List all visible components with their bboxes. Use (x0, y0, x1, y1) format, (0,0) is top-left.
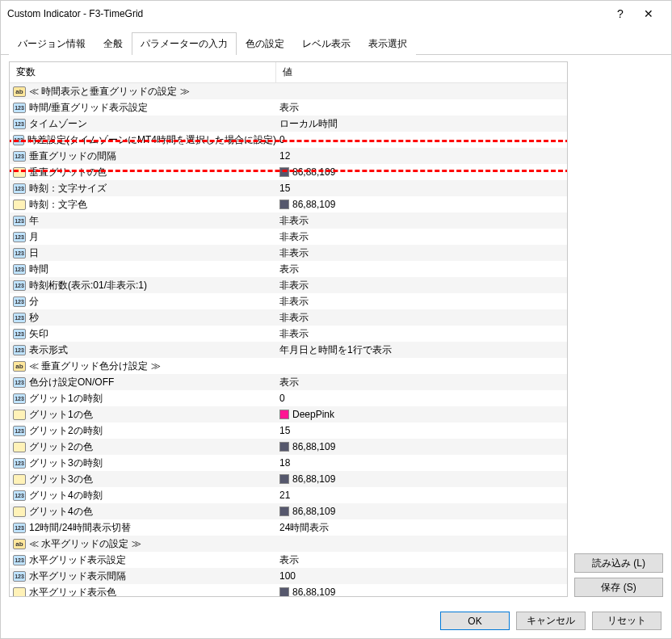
table-row[interactable]: 123矢印非表示 (10, 326, 567, 342)
table-row[interactable]: 垂直グリットの色86,88,109 (10, 164, 567, 180)
table-row[interactable]: ab≪ 垂直グリッド色分け設定 ≫ (10, 358, 567, 374)
cancel-button[interactable]: キャンセル (516, 612, 586, 630)
side-buttons: 読み込み (L) 保存 (S) (574, 61, 663, 597)
tab-colors[interactable]: 色の設定 (237, 32, 293, 55)
table-row[interactable]: グリット3の色86,88,109 (10, 471, 567, 487)
save-button[interactable]: 保存 (S) (574, 578, 663, 597)
text-type-icon: ab (13, 361, 26, 372)
color-type-icon (13, 167, 26, 178)
param-name: 12時間/24時間表示切替 (29, 521, 131, 535)
param-name: 時刻：文字サイズ (29, 182, 107, 195)
table-row[interactable]: 123年非表示 (10, 212, 567, 229)
table-row[interactable]: 123日非表示 (10, 245, 567, 261)
number-type-icon: 123 (13, 280, 26, 291)
table-row[interactable]: 123タイムゾーンローカル時間 (10, 116, 567, 132)
param-value: 表示 (279, 263, 299, 276)
table-row[interactable]: 123秒非表示 (10, 309, 567, 326)
table-row[interactable]: 123時刻：文字サイズ15 (10, 180, 567, 196)
help-button[interactable]: ? (608, 1, 632, 27)
grid-body[interactable]: ab≪ 時間表示と垂直グリッドの設定 ≫123時間/垂直グリッド表示設定表示12… (10, 83, 567, 596)
param-name: 矢印 (29, 327, 48, 341)
param-name: 時差設定(タイムゾーンにMT4時間を選択した場合に設定) (27, 133, 276, 147)
param-value: 21 (279, 490, 290, 501)
color-swatch (279, 507, 289, 516)
table-row[interactable]: 123月非表示 (10, 229, 567, 245)
table-row[interactable]: 123グリット3の時刻18 (10, 455, 567, 471)
param-name: 時間/垂直グリッド表示設定 (29, 101, 148, 115)
table-row[interactable]: 123垂直グリッドの間隔12 (10, 148, 567, 164)
color-swatch (279, 410, 289, 419)
table-row[interactable]: 123水平グリッド表示間隔100 (10, 568, 567, 584)
window-title: Custom Indicator - F3-TimeGrid (7, 8, 608, 19)
table-row[interactable]: 123色分け設定ON/OFF表示 (10, 374, 567, 390)
table-row[interactable]: グリット1の色DeepPink (10, 406, 567, 422)
table-row[interactable]: ab≪ 水平グリッドの設定 ≫ (10, 536, 567, 552)
table-row[interactable]: 時刻：文字色86,88,109 (10, 196, 567, 212)
table-row[interactable]: グリット4の色86,88,109 (10, 503, 567, 519)
table-row[interactable]: グリット2の色86,88,109 (10, 439, 567, 455)
param-name: グリット4の色 (29, 505, 93, 519)
table-row[interactable]: 123時間表示 (10, 261, 567, 277)
table-row[interactable]: 123グリット2の時刻15 (10, 422, 567, 439)
table-row[interactable]: ab≪ 時間表示と垂直グリッドの設定 ≫ (10, 83, 567, 99)
table-row[interactable]: 123グリット4の時刻21 (10, 487, 567, 503)
table-row[interactable]: 12312時間/24時間表示切替24時間表示 (10, 519, 567, 536)
tab-parameters[interactable]: パラメーターの入力 (132, 32, 237, 55)
text-type-icon: ab (13, 539, 26, 549)
color-swatch (279, 587, 289, 596)
table-row[interactable]: 123グリット1の時刻0 (10, 390, 567, 406)
table-row[interactable]: 水平グリッド表示色86,88,109 (10, 584, 567, 596)
reset-button[interactable]: リセット (592, 612, 662, 630)
table-row[interactable]: 123水平グリッド表示設定表示 (10, 552, 567, 568)
number-type-icon: 123 (13, 183, 26, 194)
number-type-icon: 123 (13, 490, 26, 501)
param-value: 12 (279, 150, 290, 162)
param-name: 時間 (29, 263, 48, 276)
param-name: 水平グリッド表示間隔 (29, 570, 126, 583)
param-name: ≪ 水平グリッドの設定 ≫ (29, 537, 141, 551)
load-button[interactable]: 読み込み (L) (574, 553, 663, 573)
color-swatch (279, 474, 289, 484)
number-type-icon: 123 (13, 151, 26, 162)
titlebar: Custom Indicator - F3-TimeGrid ? ✕ (1, 1, 671, 27)
param-name: ≪ 時間表示と垂直グリッドの設定 ≫ (29, 85, 190, 99)
close-button[interactable]: ✕ (632, 1, 665, 27)
number-type-icon: 123 (13, 377, 26, 388)
number-type-icon: 123 (13, 523, 26, 533)
param-value: 表示 (279, 376, 299, 389)
param-name: グリット1の色 (29, 408, 93, 422)
number-type-icon: 123 (13, 458, 26, 469)
table-row[interactable]: 123分非表示 (10, 293, 567, 309)
param-value: 86,88,109 (292, 473, 335, 485)
number-type-icon: 123 (13, 248, 26, 259)
grid-header: 変数 値 (10, 62, 567, 83)
number-type-icon: 123 (13, 135, 24, 145)
param-name: グリット2の時刻 (29, 424, 103, 438)
tab-general[interactable]: 全般 (94, 32, 132, 55)
param-value: 0 (279, 393, 285, 404)
param-name: 垂直グリッドの間隔 (29, 149, 116, 163)
param-value: 86,88,109 (292, 199, 335, 210)
color-swatch (279, 442, 289, 452)
param-value: 非表示 (279, 327, 309, 341)
tab-version[interactable]: バージョン情報 (9, 32, 94, 55)
table-row[interactable]: 123時間/垂直グリッド表示設定表示 (10, 99, 567, 116)
tab-levels[interactable]: レベル表示 (293, 32, 359, 55)
param-value: 86,88,109 (292, 166, 335, 178)
number-type-icon: 123 (13, 232, 26, 242)
param-name: 垂直グリットの色 (29, 166, 107, 179)
table-row[interactable]: 123表示形式年月日と時間を1行で表示 (10, 342, 567, 358)
number-type-icon: 123 (13, 329, 26, 339)
color-type-icon (13, 410, 26, 420)
table-row[interactable]: 123時差設定(タイムゾーンにMT4時間を選択した場合に設定)0 (10, 132, 567, 148)
tab-display[interactable]: 表示選択 (359, 32, 416, 55)
param-value: 非表示 (279, 230, 309, 244)
header-value[interactable]: 値 (276, 62, 567, 82)
color-type-icon (13, 474, 26, 485)
table-row[interactable]: 123時刻桁数(表示:01/非表示:1)非表示 (10, 277, 567, 293)
header-variable[interactable]: 変数 (10, 62, 276, 82)
ok-button[interactable]: OK (440, 612, 510, 630)
number-type-icon: 123 (13, 313, 26, 323)
param-name: 表示形式 (29, 343, 68, 357)
param-name: 時刻：文字色 (29, 198, 87, 212)
